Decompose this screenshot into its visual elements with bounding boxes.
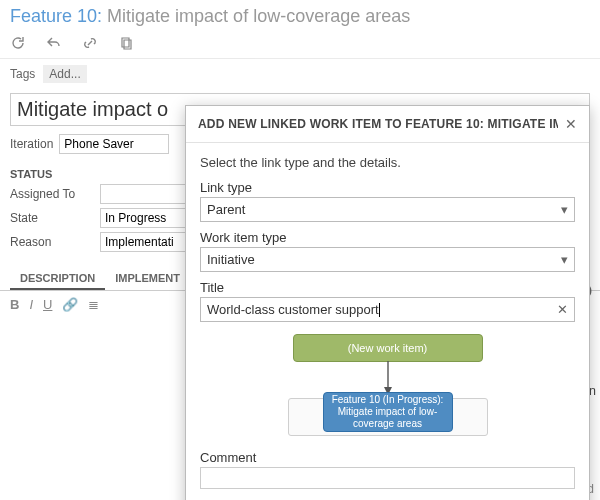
iteration-label: Iteration bbox=[10, 137, 53, 151]
feature-title: Mitigate impact of low-coverage areas bbox=[107, 6, 410, 26]
comment-label: Comment bbox=[200, 450, 575, 465]
assigned-label: Assigned To bbox=[10, 187, 100, 201]
text-cursor bbox=[379, 303, 380, 317]
chevron-down-icon: ▾ bbox=[561, 202, 568, 217]
comment-input[interactable] bbox=[200, 467, 575, 489]
close-icon[interactable]: ✕ bbox=[565, 116, 577, 132]
feature-id: Feature 10: bbox=[10, 6, 102, 26]
toolbar bbox=[0, 31, 600, 59]
link-icon-rte[interactable]: 🔗 bbox=[62, 297, 78, 312]
title-label: Title bbox=[200, 280, 575, 295]
title-input-box[interactable]: World-class customer support ✕ bbox=[200, 297, 575, 322]
link-icon[interactable] bbox=[82, 35, 98, 54]
link-type-value: Parent bbox=[207, 202, 245, 217]
underline-icon[interactable]: U bbox=[43, 297, 52, 312]
work-item-type-value: Initiative bbox=[207, 252, 255, 267]
list-icon[interactable]: ≣ bbox=[88, 297, 99, 312]
page-title: Feature 10: Mitigate impact of low-cover… bbox=[0, 0, 600, 31]
dialog-instruction: Select the link type and the details. bbox=[200, 155, 575, 170]
chevron-down-icon: ▾ bbox=[561, 252, 568, 267]
dialog-title: ADD NEW LINKED WORK ITEM TO FEATURE 10: … bbox=[198, 117, 558, 131]
iteration-input[interactable] bbox=[59, 134, 169, 154]
work-item-type-label: Work item type bbox=[200, 230, 575, 245]
tab-description[interactable]: DESCRIPTION bbox=[10, 266, 105, 290]
bold-icon[interactable]: B bbox=[10, 297, 19, 312]
target-node: Feature 10 (In Progress): Mitigate impac… bbox=[323, 392, 453, 432]
copy-icon[interactable] bbox=[118, 35, 134, 54]
work-item-type-select[interactable]: Initiative ▾ bbox=[200, 247, 575, 272]
refresh-icon[interactable] bbox=[10, 35, 26, 54]
state-label: State bbox=[10, 211, 100, 225]
link-type-select[interactable]: Parent ▾ bbox=[200, 197, 575, 222]
title-text: World-class customer support bbox=[207, 302, 379, 317]
reason-label: Reason bbox=[10, 235, 100, 249]
tags-row: Tags Add... bbox=[0, 59, 600, 89]
italic-icon[interactable]: I bbox=[29, 297, 33, 312]
add-tag-button[interactable]: Add... bbox=[43, 65, 86, 83]
add-linked-item-dialog: ADD NEW LINKED WORK ITEM TO FEATURE 10: … bbox=[185, 105, 590, 500]
tab-implementation[interactable]: IMPLEMENT bbox=[105, 266, 190, 290]
link-diagram: (New work item) Feature 10 (In Progress)… bbox=[200, 334, 575, 444]
clear-icon[interactable]: ✕ bbox=[551, 302, 568, 317]
new-item-node: (New work item) bbox=[293, 334, 483, 362]
tags-label: Tags bbox=[10, 67, 35, 81]
link-type-label: Link type bbox=[200, 180, 575, 195]
undo-icon[interactable] bbox=[46, 35, 62, 54]
